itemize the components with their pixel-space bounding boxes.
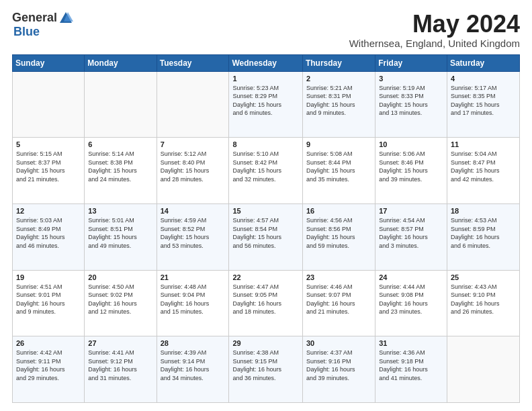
cell-2-1: 5Sunrise: 5:15 AMSunset: 8:37 PMDaylight… (13, 138, 85, 204)
title-block: May 2024 Withernsea, England, United Kin… (349, 11, 520, 49)
cell-2-5: 9Sunrise: 5:08 AMSunset: 8:44 PMDaylight… (302, 138, 375, 204)
day-number: 16 (306, 207, 371, 215)
cell-2-6: 10Sunrise: 5:06 AMSunset: 8:46 PMDayligh… (375, 138, 447, 204)
cell-1-7: 4Sunrise: 5:17 AMSunset: 8:35 PMDaylight… (447, 71, 519, 138)
header: General Blue May 2024 Withernsea, Englan… (12, 11, 520, 49)
cell-1-1 (13, 71, 85, 138)
cell-content: Sunrise: 4:42 AMSunset: 9:11 PMDaylight:… (16, 349, 65, 381)
calendar-table: Sunday Monday Tuesday Wednesday Thursday… (12, 54, 520, 403)
cell-content: Sunrise: 5:19 AMSunset: 8:33 PMDaylight:… (379, 85, 428, 117)
day-number: 22 (232, 273, 298, 281)
day-number: 15 (232, 207, 298, 215)
cell-4-4: 22Sunrise: 4:47 AMSunset: 9:05 PMDayligh… (229, 270, 302, 336)
day-number: 28 (161, 339, 226, 347)
day-number: 31 (379, 339, 443, 347)
week-row-4: 19Sunrise: 4:51 AMSunset: 9:01 PMDayligh… (13, 270, 520, 336)
cell-4-2: 20Sunrise: 4:50 AMSunset: 9:02 PMDayligh… (85, 270, 157, 336)
day-number: 30 (306, 339, 371, 347)
cell-3-5: 16Sunrise: 4:56 AMSunset: 8:56 PMDayligh… (302, 203, 375, 270)
cell-5-2: 27Sunrise: 4:41 AMSunset: 9:12 PMDayligh… (85, 336, 157, 403)
day-number: 4 (451, 75, 516, 83)
logo: General Blue (12, 11, 73, 39)
cell-4-7: 25Sunrise: 4:43 AMSunset: 9:10 PMDayligh… (447, 270, 519, 336)
col-thursday: Thursday (302, 54, 375, 71)
cell-content: Sunrise: 4:38 AMSunset: 9:15 PMDaylight:… (232, 349, 281, 381)
day-number: 25 (451, 273, 516, 281)
cell-content: Sunrise: 5:06 AMSunset: 8:46 PMDaylight:… (379, 150, 428, 183)
day-number: 8 (232, 140, 298, 148)
cell-content: Sunrise: 4:37 AMSunset: 9:16 PMDaylight:… (306, 349, 355, 381)
day-number: 6 (88, 140, 152, 148)
cell-3-3: 14Sunrise: 4:59 AMSunset: 8:52 PMDayligh… (157, 203, 229, 270)
day-number: 5 (16, 140, 81, 148)
col-tuesday: Tuesday (157, 54, 229, 71)
calendar-page: General Blue May 2024 Withernsea, Englan… (0, 0, 532, 411)
day-number: 23 (306, 273, 371, 281)
cell-content: Sunrise: 5:17 AMSunset: 8:35 PMDaylight:… (451, 85, 500, 117)
cell-5-7 (447, 336, 519, 403)
logo-general: General (12, 11, 57, 25)
col-sunday: Sunday (13, 54, 85, 71)
day-number: 20 (88, 273, 152, 281)
cell-2-7: 11Sunrise: 5:04 AMSunset: 8:47 PMDayligh… (447, 138, 519, 204)
col-saturday: Saturday (447, 54, 519, 71)
cell-1-5: 2Sunrise: 5:21 AMSunset: 8:31 PMDaylight… (302, 71, 375, 138)
day-number: 14 (161, 207, 226, 215)
cell-4-5: 23Sunrise: 4:46 AMSunset: 9:07 PMDayligh… (302, 270, 375, 336)
day-number: 2 (306, 75, 371, 83)
cell-4-3: 21Sunrise: 4:48 AMSunset: 9:04 PMDayligh… (157, 270, 229, 336)
col-monday: Monday (85, 54, 157, 71)
cell-3-2: 13Sunrise: 5:01 AMSunset: 8:51 PMDayligh… (85, 203, 157, 270)
col-wednesday: Wednesday (229, 54, 302, 71)
day-number: 1 (232, 75, 298, 83)
cell-3-6: 17Sunrise: 4:54 AMSunset: 8:57 PMDayligh… (375, 203, 447, 270)
logo-blue: Blue (13, 25, 40, 38)
header-row: Sunday Monday Tuesday Wednesday Thursday… (13, 54, 520, 71)
cell-3-4: 15Sunrise: 4:57 AMSunset: 8:54 PMDayligh… (229, 203, 302, 270)
cell-content: Sunrise: 4:46 AMSunset: 9:07 PMDaylight:… (306, 283, 355, 316)
cell-3-1: 12Sunrise: 5:03 AMSunset: 8:49 PMDayligh… (13, 203, 85, 270)
day-number: 19 (16, 273, 81, 281)
cell-content: Sunrise: 5:01 AMSunset: 8:51 PMDaylight:… (88, 217, 137, 249)
day-number: 10 (379, 140, 443, 148)
cell-content: Sunrise: 4:57 AMSunset: 8:54 PMDaylight:… (232, 217, 281, 249)
cell-4-6: 24Sunrise: 4:44 AMSunset: 9:08 PMDayligh… (375, 270, 447, 336)
cell-1-3 (157, 71, 229, 138)
cell-1-2 (85, 71, 157, 138)
cell-content: Sunrise: 4:48 AMSunset: 9:04 PMDaylight:… (161, 283, 210, 316)
cell-content: Sunrise: 5:08 AMSunset: 8:44 PMDaylight:… (306, 150, 355, 183)
day-number: 11 (451, 140, 516, 148)
cell-content: Sunrise: 4:54 AMSunset: 8:57 PMDaylight:… (379, 217, 428, 249)
cell-content: Sunrise: 4:50 AMSunset: 9:02 PMDaylight:… (88, 283, 137, 316)
cell-1-6: 3Sunrise: 5:19 AMSunset: 8:33 PMDaylight… (375, 71, 447, 138)
cell-2-2: 6Sunrise: 5:14 AMSunset: 8:38 PMDaylight… (85, 138, 157, 204)
cell-content: Sunrise: 5:21 AMSunset: 8:31 PMDaylight:… (306, 85, 355, 117)
cell-content: Sunrise: 5:15 AMSunset: 8:37 PMDaylight:… (16, 150, 65, 183)
col-friday: Friday (375, 54, 447, 71)
cell-content: Sunrise: 4:36 AMSunset: 9:18 PMDaylight:… (379, 349, 428, 381)
day-number: 3 (379, 75, 443, 83)
cell-content: Sunrise: 5:14 AMSunset: 8:38 PMDaylight:… (88, 150, 137, 183)
week-row-3: 12Sunrise: 5:03 AMSunset: 8:49 PMDayligh… (13, 203, 520, 270)
week-row-2: 5Sunrise: 5:15 AMSunset: 8:37 PMDaylight… (13, 138, 520, 204)
cell-content: Sunrise: 4:47 AMSunset: 9:05 PMDaylight:… (232, 283, 281, 316)
cell-content: Sunrise: 5:23 AMSunset: 8:29 PMDaylight:… (232, 85, 281, 117)
cell-2-3: 7Sunrise: 5:12 AMSunset: 8:40 PMDaylight… (157, 138, 229, 204)
day-number: 24 (379, 273, 443, 281)
day-number: 18 (451, 207, 516, 215)
day-number: 9 (306, 140, 371, 148)
cell-content: Sunrise: 5:12 AMSunset: 8:40 PMDaylight:… (161, 150, 210, 183)
day-number: 17 (379, 207, 443, 215)
cell-content: Sunrise: 4:56 AMSunset: 8:56 PMDaylight:… (306, 217, 355, 249)
cell-2-4: 8Sunrise: 5:10 AMSunset: 8:42 PMDaylight… (229, 138, 302, 204)
week-row-1: 1Sunrise: 5:23 AMSunset: 8:29 PMDaylight… (13, 71, 520, 138)
cell-content: Sunrise: 4:53 AMSunset: 8:59 PMDaylight:… (451, 217, 500, 249)
cell-5-5: 30Sunrise: 4:37 AMSunset: 9:16 PMDayligh… (302, 336, 375, 403)
day-number: 13 (88, 207, 152, 215)
cell-content: Sunrise: 4:44 AMSunset: 9:08 PMDaylight:… (379, 283, 428, 316)
cell-5-4: 29Sunrise: 4:38 AMSunset: 9:15 PMDayligh… (229, 336, 302, 403)
cell-content: Sunrise: 4:51 AMSunset: 9:01 PMDaylight:… (16, 283, 65, 316)
cell-content: Sunrise: 4:41 AMSunset: 9:12 PMDaylight:… (88, 349, 137, 381)
day-number: 12 (16, 207, 81, 215)
day-number: 29 (232, 339, 298, 347)
